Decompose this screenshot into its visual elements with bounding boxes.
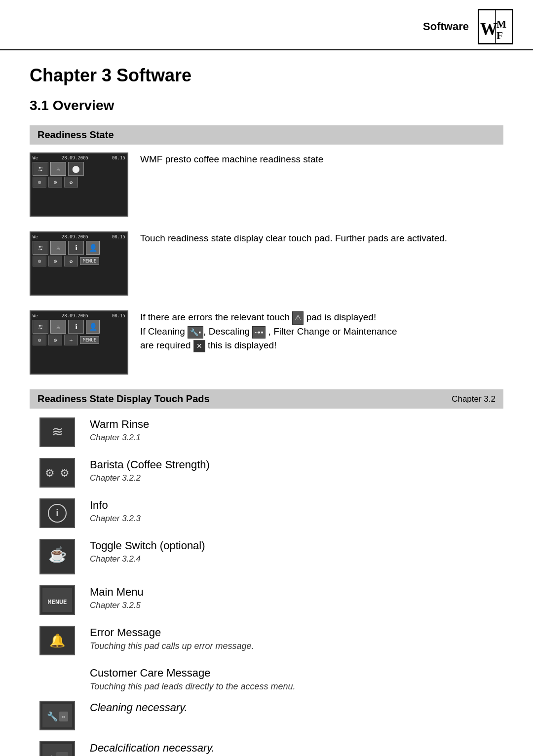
toggle-chapter: Chapter 3.2.4: [90, 554, 503, 564]
state-text-1: WMF presto coffee machine readiness stat…: [140, 152, 503, 167]
screen2-time: 08.15: [112, 234, 125, 239]
screen2-person-icon: 👤: [86, 241, 100, 255]
error-message-sublabel: Touching this pad calls up error message…: [90, 641, 503, 651]
svg-text:M: M: [496, 18, 506, 30]
main-content: Chapter 3 Software 3.1 Overview Readines…: [0, 50, 533, 756]
state-text-3: If there are errors the relevant touch ⚠…: [140, 310, 503, 353]
state3-part4: , Descaling: [203, 326, 252, 337]
screen3-date: 28.09.2005: [62, 313, 88, 318]
wmf-logo: W M F: [478, 9, 513, 44]
toggle-label: Toggle Switch (optional): [90, 539, 503, 553]
screen-circle-icon: ⬤: [68, 162, 84, 176]
screen-date: 28.09.2005: [62, 155, 88, 160]
touch-pad-customer-care: Customer Care Message Touching this pad …: [30, 666, 503, 692]
touch-pads-section: Readiness State Display Touch Pads Chapt…: [30, 389, 503, 756]
error-message-label: Error Message: [90, 626, 503, 640]
main-menu-info: Main Menu Chapter 3.2.5: [90, 585, 503, 610]
screen-2: We 28.09.2005 08.15 ≋ ☕ ℹ 👤 ⚙ ⚙ ✿ MENUE: [30, 231, 128, 296]
screen3-time: 08.15: [112, 313, 125, 318]
screen2-dial2-icon: ⚙: [48, 256, 62, 266]
svg-text:F: F: [496, 30, 503, 41]
screen2-cup-icon: ☕: [50, 241, 66, 255]
touch-pad-barista: ⚙ ⚙ Barista (Coffee Strength) Chapter 3.…: [30, 458, 503, 488]
decalcification-label: Decalcification necessary.: [90, 741, 503, 756]
readiness-state-label: Readiness State: [30, 125, 503, 145]
screen-dial2-icon: ⚙: [48, 177, 62, 188]
screen-leaf-icon: ✿: [64, 177, 78, 188]
header-software-label: Software: [423, 20, 469, 33]
touch-pads-chapter-ref: Chapter 3.2: [452, 394, 495, 404]
customer-care-label: Customer Care Message: [90, 666, 503, 680]
state3-part3: If Cleaning: [140, 326, 188, 337]
warm-rinse-icon: ≋: [39, 417, 75, 447]
svg-text:W: W: [480, 20, 497, 39]
svg-text:▪▪: ▪▪: [62, 714, 66, 719]
state-row-2: We 28.09.2005 08.15 ≋ ☕ ℹ 👤 ⚙ ⚙ ✿ MENUE: [30, 231, 503, 296]
customer-care-sublabel: Touching this pad leads directly to the …: [90, 681, 503, 692]
svg-text:≋: ≋: [52, 424, 63, 439]
wmf-logo-svg: W M F: [479, 10, 512, 43]
screen3-person-icon: 👤: [86, 320, 100, 334]
state3-part1: If there are errors the relevant touch: [140, 312, 292, 322]
touch-pad-cleaning: 🔧 ▪▪ Cleaning necessary.: [30, 701, 503, 730]
screen2-weekday: We: [33, 234, 38, 239]
svg-text:⚙: ⚙: [60, 467, 70, 479]
decalcification-icon: ⇢ ≋: [39, 741, 75, 756]
toggle-info: Toggle Switch (optional) Chapter 3.2.4: [90, 539, 503, 564]
screen-time: 08.15: [112, 155, 125, 160]
barista-chapter: Chapter 3.2.2: [90, 473, 503, 483]
svg-text:⚙: ⚙: [45, 467, 55, 479]
svg-text:i: i: [56, 507, 59, 518]
touch-pad-main-menu: MENUE Main Menu Chapter 3.2.5: [30, 585, 503, 615]
state3-part6: are required: [140, 340, 193, 350]
info-info: Info Chapter 3.2.3: [90, 498, 503, 524]
screen2-date: 28.09.2005: [62, 234, 88, 239]
touch-pads-header: Readiness State Display Touch Pads Chapt…: [30, 389, 503, 409]
state-text-2: Touch readiness state display clear touc…: [140, 231, 503, 246]
required-pad-inline: ✕: [193, 340, 205, 352]
screen2-info-icon: ℹ: [68, 241, 84, 255]
touch-pad-info: i Info Chapter 3.2.3: [30, 498, 503, 528]
warm-rinse-chapter: Chapter 3.2.1: [90, 433, 503, 443]
barista-info: Barista (Coffee Strength) Chapter 3.2.2: [90, 458, 503, 483]
barista-label: Barista (Coffee Strength): [90, 458, 503, 472]
svg-text:🔔: 🔔: [49, 633, 66, 648]
svg-text:⇢: ⇢: [46, 752, 54, 756]
screen2-dial-icon: ⚙: [33, 256, 46, 266]
state-row-3: We 28.09.2005 08.15 ≋ ☕ ℹ 👤 ⚙ ⚙ → MENUE: [30, 310, 503, 375]
main-menu-label: Main Menu: [90, 585, 503, 600]
touch-pad-toggle: ☕ Toggle Switch (optional) Chapter 3.2.4: [30, 539, 503, 574]
error-pad-inline: ⚠: [292, 311, 304, 325]
screen-3: We 28.09.2005 08.15 ≋ ☕ ℹ 👤 ⚙ ⚙ → MENUE: [30, 310, 128, 375]
screen3-arrow-icon: →: [64, 335, 78, 345]
page-header: Software W M F: [0, 0, 533, 50]
touch-pads-header-label: Readiness State Display Touch Pads: [38, 393, 210, 405]
screen3-weekday: We: [33, 313, 38, 318]
screen3-dial2-icon: ⚙: [48, 335, 62, 345]
cleaning-pad-inline: 🔧▪: [188, 326, 203, 339]
chapter-title: Chapter 3 Software: [30, 65, 503, 86]
screen2-rinse-icon: ≋: [33, 241, 48, 255]
screen3-dial-icon: ⚙: [33, 335, 46, 345]
state3-part7: this is displayed!: [205, 340, 277, 350]
cleaning-label: Cleaning necessary.: [90, 701, 503, 715]
state-row-1: We 28.09.2005 08.15 ≋ ☕ ⬤ ⚙ ⚙ ✿ WMF pres…: [30, 152, 503, 217]
info-chapter: Chapter 3.2.3: [90, 514, 503, 524]
touch-pad-decalcification: ⇢ ≋ Decalcification necessary.: [30, 741, 503, 756]
cleaning-info: Cleaning necessary.: [90, 701, 503, 715]
decalcification-info: Decalcification necessary.: [90, 741, 503, 756]
error-message-info: Error Message Touching this pad calls up…: [90, 626, 503, 651]
screen2-leaf-icon: ✿: [64, 256, 78, 266]
svg-text:≋: ≋: [60, 755, 64, 756]
descaling-pad-inline: ⇢▪: [252, 326, 266, 339]
touch-pad-error-message: 🔔 Error Message Touching this pad calls …: [30, 626, 503, 655]
screen3-menu-btn: MENUE: [80, 336, 99, 344]
svg-text:MENUE: MENUE: [47, 598, 67, 605]
screen-weekday: We: [33, 155, 38, 160]
warm-rinse-label: Warm Rinse: [90, 417, 503, 432]
warm-rinse-info: Warm Rinse Chapter 3.2.1: [90, 417, 503, 443]
info-icon: i: [39, 498, 75, 528]
screen3-cup-icon: ☕: [50, 320, 66, 334]
screen2-menu-btn: MENUE: [80, 257, 99, 265]
screen-cup-icon: ☕: [50, 162, 66, 176]
